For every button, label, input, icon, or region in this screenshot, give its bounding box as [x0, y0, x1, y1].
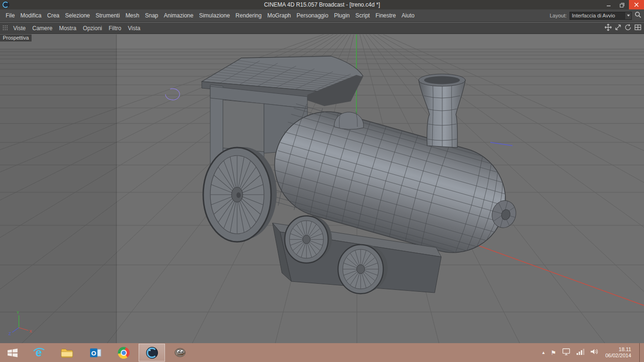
train-wheel-large: [203, 147, 277, 242]
vmenu-vista[interactable]: Vista: [124, 24, 143, 33]
close-button[interactable]: [629, 0, 644, 9]
taskbar-app-cinema-4d[interactable]: [139, 344, 165, 362]
vmenu-camere[interactable]: Camere: [29, 24, 56, 33]
scene-3d: Y X Z: [0, 34, 644, 343]
gimp-icon: [173, 346, 187, 359]
clock-date: 06/02/2014: [605, 353, 631, 359]
vmenu-opzioni[interactable]: Opzioni: [80, 24, 106, 33]
menu-modifica[interactable]: Modifica: [17, 11, 44, 20]
viewport-menubar: Viste Camere Mostra Opzioni Filtro Vista: [0, 23, 644, 34]
clock-time: 18.11: [605, 346, 631, 353]
menu-simulazione[interactable]: Simulazione: [196, 11, 232, 20]
search-icon[interactable]: [635, 11, 642, 20]
minimize-button[interactable]: [602, 0, 615, 9]
zoom-view-icon[interactable]: [614, 24, 622, 33]
axis-z-label: Z: [8, 331, 11, 336]
vmenu-filtro[interactable]: Filtro: [106, 24, 125, 33]
taskbar: e O: [0, 343, 644, 362]
show-desktop-button[interactable]: [639, 343, 642, 362]
axis-y-label: Y: [17, 310, 19, 315]
internet-explorer-icon: e: [32, 346, 45, 359]
taskbar-app-file-explorer[interactable]: [54, 344, 80, 362]
vmenu-mostra[interactable]: Mostra: [56, 24, 80, 33]
vmenu-viste[interactable]: Viste: [10, 24, 29, 33]
restore-button[interactable]: [615, 0, 629, 9]
menu-mograph[interactable]: MoGraph: [264, 11, 294, 20]
taskbar-app-gimp[interactable]: [167, 344, 193, 362]
titlebar: CINEMA 4D R15.057 Broadcast - [treno.c4d…: [0, 0, 644, 9]
taskbar-app-chrome[interactable]: [110, 344, 137, 362]
menu-file[interactable]: File: [3, 11, 17, 20]
signal-strength-icon[interactable]: [576, 348, 585, 357]
network-monitor-icon[interactable]: [561, 347, 571, 358]
layout-label: Layout:: [550, 13, 567, 18]
toggle-views-icon[interactable]: [634, 24, 642, 33]
menu-mesh[interactable]: Mesh: [123, 11, 142, 20]
menu-strumenti[interactable]: Strumenti: [93, 11, 123, 20]
menu-plugin[interactable]: Plugin: [331, 11, 352, 20]
axis-x-label: X: [29, 329, 32, 334]
cinema4d-icon: [146, 346, 158, 359]
chevron-down-icon[interactable]: [625, 12, 631, 19]
rotate-view-icon[interactable]: [624, 24, 632, 33]
taskbar-app-outlook[interactable]: O: [82, 344, 108, 362]
view-label: Prospettiva: [0, 34, 32, 41]
menu-aiuto[interactable]: Aiuto: [399, 11, 417, 20]
layout-dropdown[interactable]: Interfaccia di Avvio: [570, 12, 632, 20]
windows-logo-icon: [7, 347, 18, 359]
menu-finestre[interactable]: Finestre: [372, 11, 398, 20]
grid-edge-shade: [0, 34, 116, 343]
menu-selezione[interactable]: Selezione: [62, 11, 93, 20]
viewport-canvas[interactable]: Prospettiva: [0, 34, 644, 343]
start-button[interactable]: [0, 343, 25, 362]
system-tray: ▲ ⚑ 18.11 06/02/2014: [541, 343, 644, 362]
taskbar-clock[interactable]: 18.11 06/02/2014: [603, 346, 631, 359]
menu-rendering[interactable]: Rendering: [233, 11, 264, 20]
hidden-icons-button[interactable]: ▲: [541, 350, 545, 355]
menu-personaggio[interactable]: Personaggio: [294, 11, 331, 20]
taskbar-app-internet-explorer[interactable]: e: [25, 344, 52, 362]
action-center-flag-icon[interactable]: ⚑: [551, 349, 556, 356]
chrome-icon: [118, 347, 130, 359]
app-icon[interactable]: [2, 1, 9, 8]
layout-dropdown-value: Interfaccia di Avvio: [570, 13, 625, 18]
folder-icon: [60, 347, 74, 358]
main-menubar: File Modifica Crea Selezione Strumenti M…: [0, 9, 644, 22]
menu-animazione[interactable]: Animazione: [161, 11, 197, 20]
volume-icon[interactable]: [590, 348, 598, 357]
pan-view-icon[interactable]: [604, 24, 612, 33]
window-title: CINEMA 4D R15.057 Broadcast - [treno.c4d…: [0, 1, 644, 8]
menu-snap[interactable]: Snap: [142, 11, 161, 20]
svg-text:O: O: [91, 349, 96, 356]
menu-script[interactable]: Script: [353, 11, 373, 20]
viewport-nav-icons: [604, 24, 644, 33]
screen: CINEMA 4D R15.057 Broadcast - [treno.c4d…: [0, 0, 644, 362]
menu-crea[interactable]: Crea: [44, 11, 62, 20]
layout-area: Layout: Interfaccia di Avvio: [550, 11, 644, 20]
outlook-icon: O: [89, 346, 102, 359]
grip-handle-icon[interactable]: [2, 24, 8, 33]
window-controls: [602, 0, 644, 9]
